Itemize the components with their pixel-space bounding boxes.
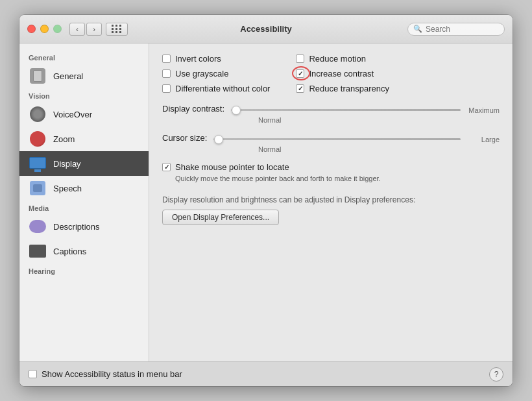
zoom-icon: [29, 130, 47, 148]
differentiate-checkbox[interactable]: [162, 84, 171, 93]
nav-buttons: ‹ ›: [69, 23, 102, 36]
sidebar-item-display[interactable]: Display: [19, 151, 149, 176]
invert-colors-row: Invert colors: [162, 54, 270, 64]
section-label-vision: Vision: [19, 88, 149, 102]
display-icon: [29, 154, 47, 173]
reduce-motion-label: Reduce motion: [309, 54, 365, 64]
sidebar-item-label-voiceover: VoiceOver: [53, 110, 92, 119]
show-status-label: Show Accessibility status in menu bar: [42, 369, 182, 379]
minimize-button[interactable]: [40, 25, 49, 33]
sidebar-item-zoom[interactable]: Zoom: [19, 127, 149, 151]
cursor-size-label: Cursor size:: [162, 133, 207, 143]
sidebar-item-label-display: Display: [53, 159, 81, 169]
sidebar-item-label-speech: Speech: [53, 184, 82, 193]
sidebar-item-label-captions: Captions: [53, 247, 86, 256]
show-status-row: Show Accessibility status in menu bar: [29, 369, 182, 379]
sidebar-item-captions[interactable]: Captions: [19, 239, 149, 263]
options-grid: Invert colors Use grayscale Differentiat…: [162, 54, 500, 93]
grayscale-checkbox[interactable]: [162, 69, 171, 78]
invert-colors-label: Invert colors: [175, 54, 221, 64]
cursor-size-thumb[interactable]: [214, 135, 223, 144]
close-button[interactable]: [27, 25, 36, 33]
reduce-transparency-label: Reduce transparency: [309, 84, 389, 93]
invert-colors-checkbox[interactable]: [162, 55, 171, 63]
general-icon: [29, 67, 47, 85]
window-title: Accessibility: [240, 24, 292, 34]
show-status-checkbox[interactable]: [29, 370, 37, 378]
shake-checkbox[interactable]: [162, 163, 171, 171]
differentiate-label: Differentiate without color: [175, 84, 270, 93]
sidebar-item-voiceover[interactable]: VoiceOver: [19, 102, 149, 127]
traffic-lights: [27, 25, 62, 33]
maximize-button[interactable]: [53, 25, 62, 33]
open-display-prefs-button[interactable]: Open Display Preferences...: [162, 210, 279, 225]
help-button[interactable]: ?: [489, 367, 503, 382]
options-col-left: Invert colors Use grayscale Differentiat…: [162, 54, 270, 93]
main-panel: Invert colors Use grayscale Differentiat…: [149, 43, 513, 361]
search-input[interactable]: [426, 25, 499, 34]
increase-contrast-label: Increase contrast: [309, 69, 374, 79]
bottom-bar: Show Accessibility status in menu bar ?: [19, 361, 513, 386]
reduce-transparency-row: Reduce transparency: [296, 84, 389, 93]
sidebar-item-label-descriptions: Descriptions: [53, 222, 100, 232]
differentiate-row: Differentiate without color: [162, 84, 270, 93]
grayscale-label: Use grayscale: [175, 69, 228, 79]
content-area: General General Vision VoiceOver: [19, 43, 513, 361]
reduce-motion-checkbox[interactable]: [296, 55, 304, 63]
speech-icon: [29, 179, 47, 197]
section-label-media: Media: [19, 200, 149, 214]
grid-button[interactable]: [106, 23, 128, 36]
cursor-size-section: Cursor size: Large Normal: [162, 133, 500, 153]
contrast-max-label: Maximum: [467, 106, 500, 114]
shake-title-label: Shake mouse pointer to locate: [175, 162, 289, 172]
increase-contrast-checkbox[interactable]: [296, 69, 304, 78]
cursor-normal-label: Normal: [258, 145, 281, 153]
reduce-motion-row: Reduce motion: [296, 54, 389, 64]
section-label-general: General: [19, 50, 149, 64]
voiceover-icon: [29, 105, 47, 123]
shake-description: Quickly move the mouse pointer back and …: [175, 175, 500, 182]
options-col-right: Reduce motion Increase contrast Reduce t…: [296, 54, 389, 93]
search-box[interactable]: 🔍: [407, 23, 505, 36]
back-button[interactable]: ‹: [69, 23, 85, 36]
display-contrast-thumb[interactable]: [232, 106, 241, 115]
titlebar: ‹ › Accessibility 🔍: [19, 15, 513, 43]
sidebar-item-descriptions[interactable]: Descriptions: [19, 214, 149, 239]
sidebar-item-general[interactable]: General: [19, 64, 149, 88]
section-label-hearing: Hearing: [19, 263, 149, 277]
sidebar-item-label-general: General: [53, 71, 83, 81]
main-window: ‹ › Accessibility 🔍 General: [19, 15, 513, 386]
reduce-transparency-checkbox[interactable]: [296, 84, 304, 93]
shake-row: Shake mouse pointer to locate: [162, 162, 500, 172]
display-note-area: Display resolution and brightness can be…: [162, 195, 500, 225]
display-contrast-label: Display contrast:: [162, 104, 224, 114]
cursor-large-label: Large: [467, 136, 500, 143]
forward-button[interactable]: ›: [86, 23, 102, 36]
sidebar-item-speech[interactable]: Speech: [19, 176, 149, 200]
descriptions-icon: [29, 217, 47, 236]
grayscale-row: Use grayscale: [162, 69, 270, 79]
captions-icon: [29, 242, 47, 260]
search-icon: 🔍: [413, 25, 422, 33]
contrast-normal-label: Normal: [258, 116, 281, 124]
sidebar-item-label-zoom: Zoom: [53, 134, 75, 144]
display-note: Display resolution and brightness can be…: [162, 195, 500, 204]
increase-contrast-row: Increase contrast: [296, 69, 389, 79]
sidebar: General General Vision VoiceOver: [19, 43, 149, 361]
display-contrast-section: Display contrast: Maximum Normal: [162, 104, 500, 124]
